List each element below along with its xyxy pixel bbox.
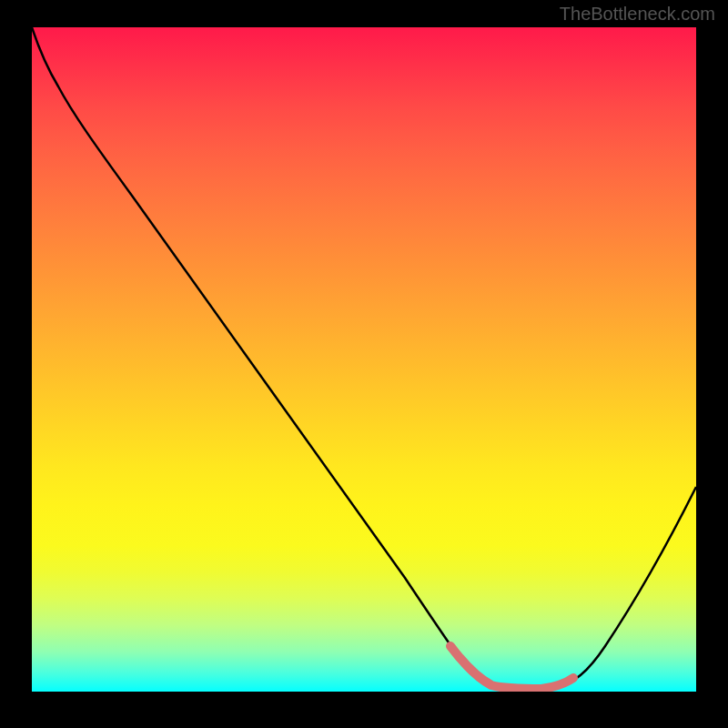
- chart-area: [32, 27, 696, 692]
- main-curve: [32, 27, 696, 688]
- chart-svg: [32, 27, 696, 692]
- highlight-segment: [450, 646, 573, 689]
- watermark-text: TheBottleneck.com: [560, 4, 715, 25]
